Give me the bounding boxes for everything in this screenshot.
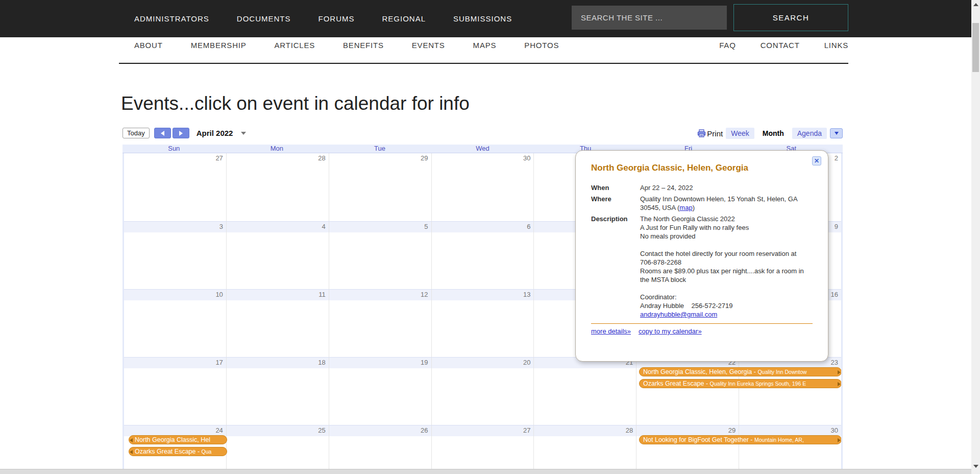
tab-month[interactable]: Month — [757, 128, 789, 139]
prev-month-button[interactable] — [154, 128, 171, 138]
subnav-item-articles[interactable]: ARTICLES — [275, 41, 315, 50]
day-cell[interactable]: 21 — [534, 358, 636, 425]
description-value: The North Georgia Classic 2022 A Just fo… — [640, 215, 810, 319]
print-button[interactable]: Print — [697, 129, 723, 138]
day-cell[interactable]: 18 — [227, 358, 329, 425]
scrollbar-thumb[interactable] — [972, 23, 979, 72]
next-month-button[interactable] — [173, 128, 189, 138]
calendar-toolbar: Today April 2022 Print Week Month Agenda — [122, 128, 843, 145]
day-cell[interactable]: 28 — [227, 153, 329, 221]
copy-to-calendar-link[interactable]: copy to my calendar» — [639, 327, 702, 335]
chevron-down-icon — [835, 132, 839, 135]
day-cell[interactable]: 5 — [329, 222, 432, 289]
map-link[interactable]: map — [679, 204, 692, 211]
where-label: Where — [591, 195, 640, 212]
page-title: Events...click on event in calendar for … — [121, 93, 470, 114]
nav-item-administrators[interactable]: ADMINISTRATORS — [134, 14, 209, 23]
day-cell[interactable]: 3 — [124, 222, 227, 289]
day-cell[interactable]: 11 — [227, 290, 329, 357]
more-details-link[interactable]: more details» — [591, 327, 631, 335]
popup-event-title: North Georgia Classic, Helen, Georgia — [591, 163, 816, 173]
print-label: Print — [707, 129, 723, 138]
day-cell[interactable]: 25 — [227, 425, 329, 471]
day-header-wed: Wed — [431, 145, 534, 153]
day-cell[interactable]: 28 — [534, 425, 636, 471]
day-cell[interactable]: 27 — [432, 425, 534, 471]
day-cell[interactable]: 17 — [124, 358, 227, 425]
day-cell[interactable]: 6 — [432, 222, 534, 289]
description-label: Description — [591, 215, 640, 319]
chevron-right-icon — [179, 131, 183, 136]
day-cell[interactable]: 26 — [329, 425, 432, 471]
popup-description-row: Description The North Georgia Classic 20… — [591, 215, 816, 319]
subnav-item-maps[interactable]: MAPS — [473, 41, 497, 50]
day-cell[interactable]: 12 — [329, 290, 432, 357]
main-nav: ADMINISTRATORS DOCUMENTS FORUMS REGIONAL… — [134, 0, 512, 37]
nav-item-regional[interactable]: REGIONAL — [382, 14, 426, 23]
tab-week[interactable]: Week — [726, 128, 754, 139]
continues-right-icon — [838, 382, 841, 386]
subnav-item-benefits[interactable]: BENEFITS — [343, 41, 384, 50]
subnav-item-faq[interactable]: FAQ — [719, 41, 736, 50]
popup-divider — [591, 323, 813, 324]
vertical-scrollbar[interactable] — [971, 0, 980, 474]
continues-left-icon — [130, 450, 133, 454]
sub-nav-left: ABOUT MEMBERSHIP ARTICLES BENEFITS EVENT… — [134, 41, 559, 50]
scroll-up-icon[interactable] — [973, 3, 978, 6]
when-value: Apr 22 – 24, 2022 — [640, 183, 693, 192]
search-input[interactable] — [572, 6, 727, 30]
popup-where-row: Where Quality Inn Downtown Helen, 15 Yon… — [591, 195, 816, 212]
sub-nav-right: FAQ CONTACT LINKS — [719, 41, 848, 50]
day-cell[interactable]: 20 — [432, 358, 534, 425]
popup-when-row: When Apr 22 – 24, 2022 — [591, 183, 816, 192]
when-label: When — [591, 183, 640, 192]
continues-right-icon — [838, 370, 841, 374]
day-cell[interactable]: 27 — [124, 153, 227, 221]
nav-divider — [119, 63, 848, 64]
event-bar-north-georgia-classic[interactable]: North Georgia Classic, Helen, Georgia - … — [639, 367, 842, 376]
subnav-item-about[interactable]: ABOUT — [134, 41, 163, 50]
day-header-tue: Tue — [328, 145, 431, 153]
day-cell[interactable]: 30 — [739, 425, 841, 471]
event-bar-ozarks-great-escape[interactable]: Ozarks Great Escape - Quality Inn Eureka… — [639, 379, 842, 388]
month-label: April 2022 — [197, 129, 233, 137]
horizontal-scrollbar[interactable] — [0, 469, 971, 474]
printer-icon — [697, 129, 706, 137]
nav-item-submissions[interactable]: SUBMISSIONS — [453, 14, 512, 23]
site-header: ADMINISTRATORS DOCUMENTS FORUMS REGIONAL… — [0, 0, 971, 37]
continues-left-icon — [130, 438, 133, 442]
subnav-item-membership[interactable]: MEMBERSHIP — [191, 41, 247, 50]
week-row-5: 24 25 26 27 28 29 30 — [124, 425, 841, 471]
event-detail-popup: ✕ North Georgia Classic, Helen, Georgia … — [575, 150, 828, 362]
search-button[interactable]: SEARCH — [733, 4, 848, 31]
view-dropdown-button[interactable] — [830, 128, 843, 138]
event-bar-north-georgia-classic-cont[interactable]: North Georgia Classic, Hel — [129, 435, 227, 444]
where-value: Quality Inn Downtown Helen, 15 Yonah St,… — [640, 195, 810, 212]
day-cell[interactable]: 29 — [636, 425, 739, 471]
day-header-mon: Mon — [226, 145, 329, 153]
nav-item-forums[interactable]: FORUMS — [318, 14, 354, 23]
scroll-down-icon[interactable] — [973, 465, 978, 468]
event-bar-ozarks-great-escape-cont[interactable]: Ozarks Great Escape - Qua — [129, 447, 227, 456]
nav-item-documents[interactable]: DOCUMENTS — [237, 14, 291, 23]
day-cell[interactable]: 4 — [227, 222, 329, 289]
day-cell[interactable]: 10 — [124, 290, 227, 357]
day-cell[interactable]: 19 — [329, 358, 432, 425]
subnav-item-contact[interactable]: CONTACT — [761, 41, 800, 50]
month-dropdown-caret-icon[interactable] — [241, 132, 246, 135]
day-cell[interactable]: 13 — [432, 290, 534, 357]
close-icon[interactable]: ✕ — [812, 156, 821, 165]
subnav-item-events[interactable]: EVENTS — [412, 41, 445, 50]
subnav-item-links[interactable]: LINKS — [824, 41, 848, 50]
tab-agenda[interactable]: Agenda — [792, 128, 827, 139]
continues-right-icon — [838, 438, 841, 442]
popup-links: more details» copy to my calendar» — [591, 327, 816, 335]
coordinator-email-link[interactable]: andrayhubble@gmail.com — [640, 310, 717, 319]
subnav-item-photos[interactable]: PHOTOS — [524, 41, 559, 50]
day-header-sun: Sun — [122, 145, 226, 153]
day-cell[interactable]: 29 — [329, 153, 432, 221]
chevron-left-icon — [161, 131, 164, 136]
day-cell[interactable]: 30 — [432, 153, 534, 221]
event-bar-bigfoot-get-together[interactable]: Not Looking for BigFoot Get Together - M… — [639, 435, 842, 444]
today-button[interactable]: Today — [122, 128, 150, 138]
